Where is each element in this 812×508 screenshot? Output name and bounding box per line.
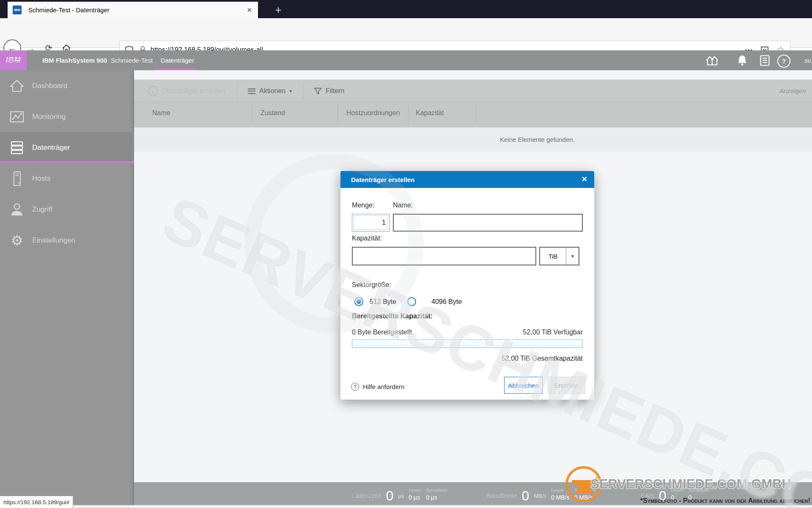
funnel-icon — [314, 88, 322, 95]
display-label[interactable]: Anzeigen — [779, 87, 806, 94]
close-icon[interactable]: ✕ — [582, 175, 587, 184]
sidebar-item-zugriff[interactable]: Zugriff — [0, 194, 134, 225]
iops-write: Schreiben 0 — [688, 488, 709, 502]
latency-read: Lesen 0 µs — [409, 488, 421, 502]
logo-stripe — [5, 61, 22, 62]
sector-size-label: Sektorgröße: — [352, 281, 391, 289]
volumes-icon — [8, 141, 26, 155]
provisioned-heading: Bereitgestellte Kapazität: — [352, 312, 433, 320]
radio-512-label[interactable]: 512 Byte — [370, 298, 396, 306]
monitoring-icon — [8, 110, 26, 124]
multisystem-icon[interactable] — [703, 55, 721, 66]
iops-metric: EA/s 0 Lesen 0 Schreiben 0 — [641, 485, 709, 502]
user-icon — [8, 202, 26, 217]
quantity-label: Menge: — [352, 202, 374, 209]
tab-title: Schmiede-Test - Datenträger — [28, 6, 247, 14]
name-label: Name: — [393, 202, 413, 209]
sidebar: Dashboard Monitoring Datenträger Hosts Z… — [0, 70, 134, 505]
provisioned-text: 0 Byte Bereitgestellt — [352, 329, 412, 336]
modal-title: Datenträger erstellen — [351, 176, 414, 183]
name-field[interactable] — [393, 214, 583, 232]
radio-4096-byte[interactable] — [407, 297, 416, 306]
toolbar-divider — [303, 83, 303, 99]
empty-message: Keine Elemente gefunden. — [500, 136, 575, 143]
performance-bar — [134, 482, 812, 505]
table-empty-row — [134, 127, 812, 152]
browser-navbar: ← → ⟳ https://192.168.5.189/gui#volumes-… — [0, 18, 812, 48]
unit-value: TiB — [540, 248, 566, 265]
hosts-icon — [8, 171, 26, 186]
column-header-hostzuordnungen[interactable]: Hostzuordnungen — [346, 109, 400, 117]
bandwidth-write: Schreiben 0 MB/s — [574, 488, 595, 502]
help-question-icon[interactable]: ? — [351, 383, 359, 391]
bandwidth-metric: Bandbreite 0 MB/s Lesen 0 MB/s Schreiben… — [486, 485, 595, 502]
tasks-icon[interactable] — [760, 55, 770, 66]
toolbar-divider — [237, 83, 237, 99]
new-tab-button[interactable]: + — [271, 3, 286, 17]
ibm-favicon: IBM — [13, 6, 22, 14]
iops-read: Lesen 0 — [671, 488, 683, 502]
notifications-bell-icon[interactable] — [737, 55, 748, 66]
sidebar-item-datentraeger[interactable]: Datenträger — [0, 132, 134, 163]
toolbar-band — [134, 80, 812, 102]
create-volume-modal: Datenträger erstellen ✕ Menge: Name: Kap… — [340, 171, 594, 400]
circle-plus-icon: + — [148, 86, 158, 96]
modal-header[interactable]: Datenträger erstellen — [340, 171, 594, 188]
gear-icon: ⚙ — [8, 234, 26, 247]
chevron-down-icon: ▾ — [289, 88, 292, 94]
nav-system-name[interactable]: Schmiede-Test — [111, 50, 153, 70]
ibm-logo[interactable]: IBM — [0, 50, 27, 70]
column-divider[interactable] — [337, 106, 338, 124]
column-divider[interactable] — [476, 106, 476, 124]
column-header-kapazitaet[interactable]: Kapazität — [416, 109, 444, 117]
sidebar-item-hosts[interactable]: Hosts — [0, 163, 134, 194]
sidebar-item-monitoring[interactable]: Monitoring — [0, 101, 134, 132]
status-tooltip: https://192.168.5.189/gui# — [0, 496, 73, 508]
screen: IBM Schmiede-Test - Datenträger ✕ + ← → … — [0, 0, 812, 508]
latency-metric: Latenzzeit 0 µs Lesen 0 µs Schreiben 0 µ… — [352, 485, 447, 502]
bottom-strip — [0, 505, 812, 508]
filter-button[interactable]: Filtern — [314, 84, 344, 98]
available-text: 52,00 TiB Verfügbar — [523, 329, 583, 336]
capacity-progress-bar — [352, 340, 583, 348]
logo-stripe — [5, 59, 22, 60]
home-icon — [8, 79, 26, 93]
request-help-link[interactable]: Hilfe anfordern — [363, 383, 404, 390]
column-header-zustand[interactable]: Zustand — [261, 109, 285, 117]
capacity-label: Kapazität: — [352, 235, 382, 242]
unit-select[interactable]: TiB ▾ — [539, 247, 579, 265]
radio-4096-label[interactable]: 4096 Byte — [431, 298, 462, 306]
actions-button[interactable]: Aktionen ▾ — [248, 84, 292, 98]
radio-512-byte[interactable] — [354, 297, 363, 306]
app-header: IBM IBM FlashSystem 900 Schmiede-Test Da… — [0, 50, 812, 70]
quantity-field[interactable] — [352, 214, 390, 232]
create-volume-toolbar-button[interactable]: + Datenträger erstellen — [148, 84, 225, 98]
browser-tab[interactable]: IBM Schmiede-Test - Datenträger ✕ — [8, 2, 258, 18]
product-title: IBM FlashSystem 900 — [42, 50, 107, 70]
browser-titlebar: IBM Schmiede-Test - Datenträger ✕ + — [0, 0, 812, 18]
column-header-name[interactable]: Name — [152, 109, 170, 117]
sidebar-item-einstellungen[interactable]: ⚙ Einstellungen — [0, 225, 134, 256]
column-divider[interactable] — [408, 106, 409, 124]
capacity-field[interactable] — [352, 247, 536, 265]
total-capacity-text: 52,00 TiB Gesamtkapazität — [502, 355, 583, 362]
bandwidth-read: Lesen 0 MB/s — [551, 488, 570, 502]
create-button[interactable]: Erstellen — [548, 377, 585, 394]
help-icon[interactable]: ? — [777, 55, 790, 68]
column-divider[interactable] — [252, 106, 252, 124]
tab-close-icon[interactable]: ✕ — [247, 6, 252, 14]
sidebar-item-dashboard[interactable]: Dashboard — [0, 70, 134, 101]
nav-tab-datentraeger[interactable]: Datenträger — [161, 50, 194, 70]
table-header — [134, 102, 812, 128]
user-label[interactable]: su — [804, 57, 811, 64]
latency-write: Schreiben 0 µs — [426, 488, 447, 502]
list-icon — [248, 88, 255, 94]
chevron-down-icon[interactable]: ▾ — [566, 248, 579, 265]
cancel-button[interactable]: Abbrechen — [504, 377, 543, 394]
